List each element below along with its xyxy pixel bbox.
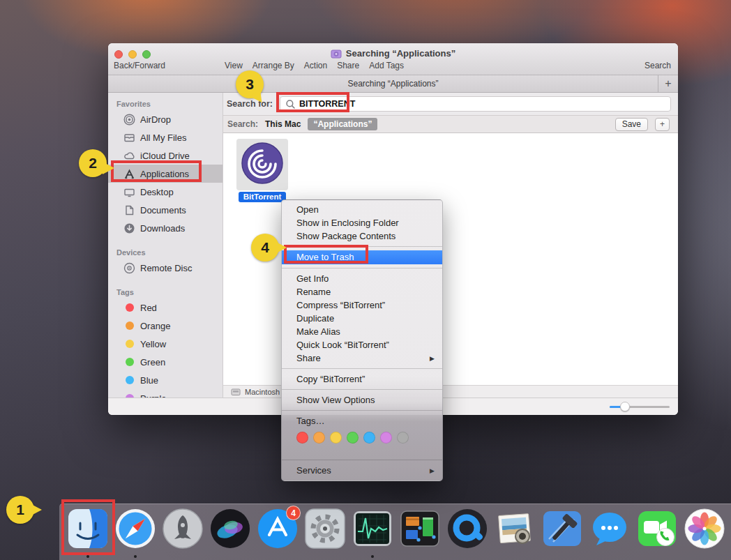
search-for-label: Search for: (227, 99, 280, 109)
menu-item-tags[interactable]: Tags… (282, 414, 442, 427)
back-forward-button[interactable]: Back/Forward (114, 61, 165, 70)
window-title: Searching “Applications” (346, 48, 455, 59)
menu-item-open[interactable]: Open (282, 203, 442, 216)
sidebar-item-red[interactable]: Red (108, 298, 223, 317)
dock-item-system-preferences[interactable] (305, 508, 345, 549)
toolbar: Back/Forward View Arrange By Action Shar… (108, 61, 678, 72)
tag-dot-icon (123, 302, 135, 314)
menu-item-move-to-trash[interactable]: Move to Trash (282, 250, 442, 264)
sidebar-item-label: iCloud Drive (140, 151, 190, 161)
tab-bar: Searching “Applications” + (108, 75, 678, 93)
dock-item-xcode[interactable] (542, 508, 582, 549)
dock-item-facetime[interactable] (637, 508, 677, 549)
scope-applications-pill[interactable]: “Applications” (308, 118, 377, 130)
menu-tag-dot[interactable] (330, 432, 342, 444)
sidebar-item-remote-disc[interactable]: Remote Disc (108, 259, 223, 277)
share-button[interactable]: Share (337, 61, 359, 70)
sidebar-item-label: Yellow (140, 339, 166, 349)
slider-thumb[interactable] (620, 402, 630, 411)
menu-tag-dot[interactable] (380, 432, 392, 444)
menu-separator (282, 410, 442, 411)
menu-tag-dot[interactable] (313, 432, 325, 444)
sidebar-item-icloud-drive[interactable]: iCloud Drive (108, 146, 223, 165)
documents-icon (123, 204, 135, 216)
add-tags-button[interactable]: Add Tags (369, 61, 404, 70)
menu-item-copy-bittorrent[interactable]: Copy “BitTorrent” (282, 372, 442, 386)
menu-item-quick-look-bittorrent[interactable]: Quick Look “BitTorrent” (282, 338, 442, 351)
menu-item-share[interactable]: Share▶ (282, 351, 442, 365)
icon-size-slider[interactable] (610, 402, 670, 411)
tag-dot-icon (123, 320, 135, 332)
sidebar-item-downloads[interactable]: Downloads (108, 219, 223, 237)
sidebar-section-tags: Tags (108, 285, 223, 298)
downloads-icon (123, 222, 135, 234)
sidebar-item-yellow[interactable]: Yellow (108, 335, 223, 353)
sidebar-item-green[interactable]: Green (108, 353, 223, 371)
dock-item-launchpad[interactable] (163, 508, 203, 549)
bittorrent-file[interactable]: BitTorrent (236, 139, 289, 202)
menu-item-get-info[interactable]: Get Info (282, 272, 442, 285)
search-field[interactable] (280, 96, 671, 112)
tag-dot-icon (123, 393, 135, 398)
menu-tag-dot[interactable] (347, 432, 359, 444)
search-scope-bar: Search: This Mac “Applications” Save + (223, 116, 678, 133)
menu-separator (282, 246, 442, 247)
tab-searching-applications[interactable]: Searching “Applications” (347, 79, 438, 89)
search-toolbar-button[interactable]: Search (645, 61, 671, 70)
menu-tag-dot[interactable] (363, 432, 375, 444)
callout-1: 1 (6, 496, 34, 524)
sidebar-item-blue[interactable]: Blue (108, 371, 223, 389)
tag-dot-icon (123, 374, 135, 386)
sidebar-item-documents[interactable]: Documents (108, 201, 223, 219)
menu-item-rename[interactable]: Rename (282, 285, 442, 298)
sidebar-item-desktop[interactable]: Desktop (108, 183, 223, 201)
dock-item-activity-monitor[interactable] (352, 508, 393, 549)
callout-2: 2 (79, 149, 107, 177)
menu-item-show-view-options[interactable]: Show View Options (282, 393, 442, 407)
callout-2-number: 2 (79, 149, 107, 177)
menu-item-duplicate[interactable]: Duplicate (282, 312, 442, 325)
search-input[interactable] (299, 99, 666, 109)
save-search-button[interactable]: Save (615, 118, 648, 131)
dock-item-finder[interactable] (68, 508, 108, 549)
menu-tag-dot[interactable] (397, 432, 409, 444)
sidebar-item-applications[interactable]: Applications (108, 165, 223, 183)
menu-item-services[interactable]: Services▶ (282, 464, 442, 477)
dock-item-safari[interactable] (115, 508, 156, 549)
new-tab-button[interactable]: + (658, 75, 678, 92)
action-button[interactable]: Action (304, 61, 327, 70)
dock-item-siri[interactable] (210, 508, 250, 549)
running-indicator (134, 555, 137, 558)
menu-tag-dots (282, 427, 442, 446)
sidebar-section-devices: Devices (108, 245, 223, 259)
sidebar-item-purple[interactable]: Purple (108, 389, 223, 398)
sidebar-item-airdrop[interactable]: AirDrop (108, 110, 223, 128)
menu-item-compress-bittorrent[interactable]: Compress “BitTorrent” (282, 298, 442, 312)
dock-item-mission-control[interactable] (400, 508, 440, 549)
dock-item-app-store[interactable]: 4 (257, 508, 298, 549)
dock-item-messages[interactable] (589, 508, 630, 549)
sidebar-section-favorites: Favorites (108, 97, 223, 110)
smart-folder-icon (331, 47, 342, 59)
dock-item-quicktime[interactable] (447, 508, 488, 549)
applications-icon (123, 168, 135, 180)
dock-item-photos[interactable] (684, 508, 725, 549)
sidebar-item-label: AirDrop (140, 114, 171, 125)
scope-this-mac[interactable]: This Mac (265, 119, 301, 129)
menu-item-show-in-enclosing-folder[interactable]: Show in Enclosing Folder (282, 216, 442, 229)
arrange-by-button[interactable]: Arrange By (253, 61, 294, 70)
file-name-label: BitTorrent (239, 192, 287, 202)
sidebar-item-label: Applications (140, 169, 189, 179)
sidebar-item-label: Green (140, 357, 165, 368)
menu-item-make-alias[interactable]: Make Alias (282, 325, 442, 338)
callout-1-number: 1 (6, 496, 34, 524)
search-for-row: Search for: (223, 93, 678, 116)
menu-tag-dot[interactable] (296, 432, 308, 444)
sidebar-item-label: Downloads (140, 223, 185, 234)
sidebar-item-orange[interactable]: Orange (108, 317, 223, 335)
view-button[interactable]: View (225, 61, 243, 70)
menu-item-show-package-contents[interactable]: Show Package Contents (282, 229, 442, 243)
sidebar-item-all-my-files[interactable]: All My Files (108, 128, 223, 146)
dock-item-preview[interactable] (495, 508, 535, 549)
add-criteria-button[interactable]: + (655, 118, 670, 131)
